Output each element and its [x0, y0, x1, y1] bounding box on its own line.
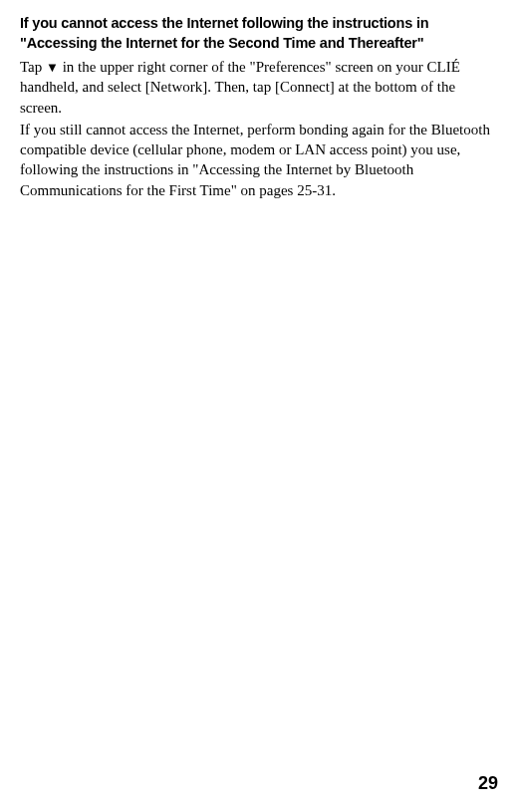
down-arrow-icon: ▼	[46, 59, 59, 77]
paragraph-1: Tap ▼ in the upper right corner of the "…	[20, 57, 498, 118]
paragraph-1-prefix: Tap	[20, 59, 46, 75]
section-heading: If you cannot access the Internet follow…	[20, 14, 498, 53]
page-number: 29	[478, 773, 498, 794]
paragraph-2: If you still cannot access the Internet,…	[20, 120, 498, 200]
paragraph-1-suffix: in the upper right corner of the "Prefer…	[20, 59, 460, 116]
